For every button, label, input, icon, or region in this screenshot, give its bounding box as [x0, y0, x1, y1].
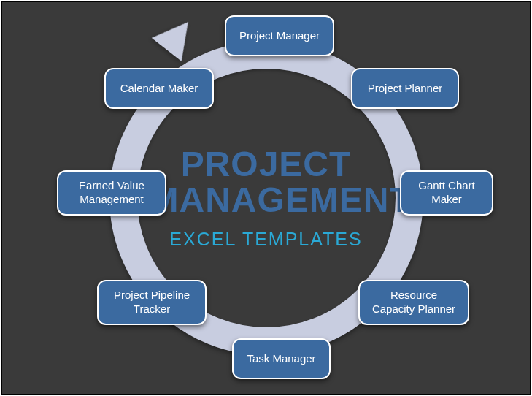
cycle-node-7: Calendar Maker: [104, 68, 214, 109]
cycle-node-label: Calendar Maker: [120, 82, 198, 96]
cycle-node-label: Project Pipeline Tracker: [114, 289, 190, 316]
cycle-node-6: Earned Value Management: [57, 170, 166, 216]
cycle-node-label: Resource Capacity Planner: [372, 289, 455, 316]
cycle-node-5: Project Pipeline Tracker: [97, 280, 207, 325]
cycle-node-4: Task Manager: [232, 338, 331, 379]
cycle-node-label: Earned Value Management: [79, 179, 144, 207]
main-title-line1: PROJECT: [181, 145, 352, 183]
main-title: PROJECT MANAGEMENT: [150, 147, 383, 218]
cycle-node-label: Project Planner: [368, 82, 443, 96]
cycle-node-3: Resource Capacity Planner: [358, 280, 469, 325]
cycle-arrowhead-icon: [151, 10, 203, 61]
diagram-frame: PROJECT MANAGEMENT EXCEL TEMPLATES Proje…: [1, 1, 531, 395]
subtitle: EXCEL TEMPLATES: [150, 228, 383, 249]
center-title-block: PROJECT MANAGEMENT EXCEL TEMPLATES: [150, 147, 383, 250]
cycle-node-label: Task Manager: [247, 352, 315, 366]
cycle-node-label: Project Manager: [239, 29, 320, 43]
cycle-node-2: Gantt Chart Maker: [400, 170, 493, 216]
cycle-node-1: Project Planner: [351, 68, 459, 109]
main-title-line2: MANAGEMENT: [150, 180, 412, 219]
cycle-node-label: Gantt Chart Maker: [418, 179, 475, 207]
cycle-node-0: Project Manager: [225, 15, 334, 56]
